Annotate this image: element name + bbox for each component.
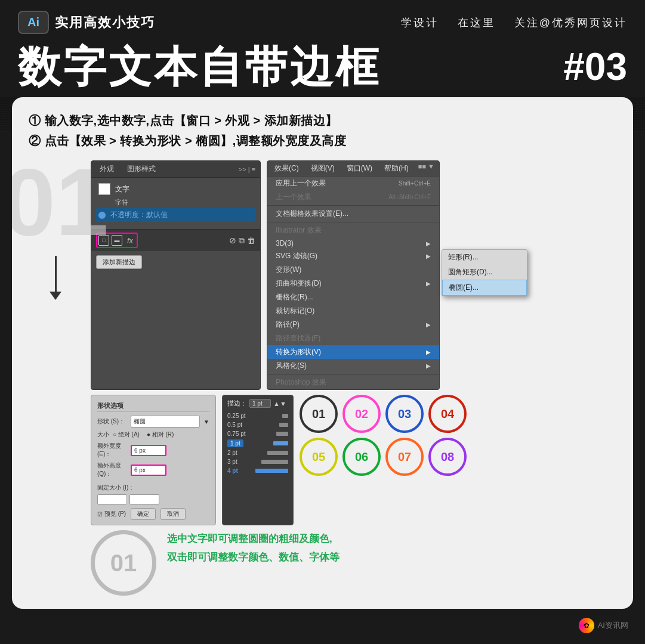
- copy-icon: ⧉: [239, 236, 245, 246]
- stroke-value-input[interactable]: [249, 399, 271, 408]
- effects-menu-c[interactable]: 效果(C): [272, 163, 301, 174]
- panel-title-bar: 外观 图形样式 >> | ≡: [91, 161, 260, 178]
- effect-3d[interactable]: 3D(3)▶: [267, 237, 439, 249]
- main-content-col: 外观 图形样式 >> | ≡ 文字 字符: [91, 160, 616, 596]
- dialog-title: 形状选项: [97, 400, 209, 412]
- ai-badge: Ai: [18, 11, 49, 34]
- bottom-desc-line1: 选中文字即可调整圆圈的粗细及颜色,: [167, 530, 340, 549]
- header: Ai 实用高效小技巧 学设计 在这里 关注@优秀网页设计: [0, 0, 645, 40]
- bar-2: [267, 451, 288, 455]
- appearance-panel: 外观 图形样式 >> | ≡ 文字 字符: [91, 160, 261, 390]
- dialog-buttons: ☑ 预览 (P) 确定 取消: [97, 508, 209, 520]
- bar-075: [276, 432, 288, 436]
- left-number-col: 01: [29, 160, 82, 596]
- bottom-area: 01 选中文字即可调整圆圈的粗细及颜色, 双击即可调整数字颜色、数值、字体等: [91, 530, 616, 596]
- dropdown-arrow: ▼: [203, 419, 209, 425]
- effect-rasterize[interactable]: 栅格化(R)...: [267, 290, 439, 304]
- preview-check[interactable]: ☑ 预览 (P): [97, 510, 126, 518]
- circles-row-1: 01 02 03 04: [300, 395, 467, 433]
- effects-menu-w[interactable]: 窗口(W): [344, 163, 375, 174]
- photoshop-effects: Photoshop 效果: [267, 376, 439, 389]
- circle-06: 06: [342, 438, 381, 476]
- layer-text-label: 文字: [115, 184, 129, 194]
- effect-svg[interactable]: SVG 滤镜(G)▶: [267, 249, 439, 263]
- big-number-01: 01: [12, 154, 109, 250]
- absolute-radio[interactable]: ○ 绝对 (A): [113, 431, 140, 439]
- slogan1: 学设计: [401, 17, 439, 29]
- stroke-up-down[interactable]: ▲▼: [273, 400, 286, 407]
- shape-row: 形状 (S)： 椭圆 ▼: [97, 416, 209, 428]
- effect-path[interactable]: 路径(P)▶: [267, 318, 439, 332]
- add-stroke-container: 添加新描边: [91, 251, 260, 273]
- shape-dialog: 形状选项 形状 (S)： 椭圆 ▼ 大小 ○ 绝对 (A) ● 相对 (R): [91, 395, 216, 525]
- bottom-desc-line2: 双击即可调整数字颜色、数值、字体等: [167, 549, 340, 567]
- circles-row-2: 05 06 07 08: [300, 438, 467, 476]
- shape-select[interactable]: 椭圆: [131, 416, 200, 428]
- expand-icon: >> | ≡: [239, 166, 255, 173]
- bottom-screenshots-row: 形状选项 形状 (S)： 椭圆 ▼ 大小 ○ 绝对 (A) ● 相对 (R): [91, 395, 616, 525]
- fixed-height-input[interactable]: [129, 494, 159, 504]
- effects-header: 效果(C) 视图(V) 窗口(W) 帮助(H) ■■ ▼: [267, 161, 439, 177]
- stroke-row-025: 0.25 pt: [227, 411, 288, 420]
- size-row: 大小 ○ 绝对 (A) ● 相对 (R): [97, 431, 209, 439]
- arrow-down: [50, 256, 61, 300]
- step-1: ① 输入数字,选中数字,点击【窗口 > 外观 > 添加新描边】: [29, 110, 616, 131]
- delete-icon: 🗑: [247, 236, 255, 246]
- stroke-panel: 描边： ▲▼ 0.25 pt 0.5 pt: [222, 395, 294, 525]
- add-stroke-button[interactable]: 添加新描边: [96, 255, 142, 269]
- bar-025: [282, 414, 288, 418]
- effects-panel: 效果(C) 视图(V) 窗口(W) 帮助(H) ■■ ▼ 应用上一个效果 Shi…: [267, 160, 440, 390]
- right-icons: ⊘ ⧉ 🗑: [229, 236, 255, 246]
- steps-section: ① 输入数字,选中数字,点击【窗口 > 外观 > 添加新描边】 ② 点击【效果 …: [29, 110, 616, 151]
- stroke-row-1: 1 pt: [227, 438, 288, 448]
- header-title: 实用高效小技巧: [55, 14, 155, 32]
- layer-row-text: 文字: [96, 181, 255, 197]
- sub-round-rect[interactable]: 圆角矩形(D)...: [442, 265, 527, 280]
- layer-char-label: 字符: [96, 197, 255, 208]
- relative-radio[interactable]: ● 相对 (R): [147, 431, 174, 439]
- menu-more: ■■ ▼: [418, 163, 434, 174]
- stroke-label: 描边：: [227, 399, 247, 408]
- apply-last-effect[interactable]: 应用上一个效果 Shift+Ctrl+E: [267, 177, 439, 190]
- stroke-row-05: 0.5 pt: [227, 420, 288, 429]
- slogan3: 关注@优秀网页设计: [514, 17, 627, 29]
- circle-04: 04: [428, 395, 467, 433]
- stroke-row-2: 2 pt: [227, 448, 288, 457]
- sub-rect[interactable]: 矩形(R)...: [442, 250, 527, 265]
- stroke-row-3: 3 pt: [227, 457, 288, 466]
- effect-pathfinder[interactable]: 路径查找器(F): [267, 332, 439, 345]
- cancel-button[interactable]: 取消: [161, 508, 186, 520]
- watermark-flower: ✿: [584, 621, 590, 630]
- main-title-area: 数字文本自带边框 #03: [0, 40, 645, 97]
- fx-icon: fx: [125, 235, 135, 246]
- effect-transform[interactable]: 变形(W): [267, 263, 439, 277]
- effect-crop[interactable]: 裁切标记(O): [267, 304, 439, 318]
- effect-convert[interactable]: 转换为形状(V)▶: [267, 345, 439, 359]
- number-badge: #03: [563, 45, 627, 89]
- doc-raster-settings[interactable]: 文档栅格效果设置(E)...: [267, 207, 439, 221]
- no-icon: ⊘: [229, 236, 236, 246]
- effect-stylize[interactable]: 风格化(S)▶: [267, 359, 439, 373]
- fixed-width-input[interactable]: [97, 494, 127, 504]
- stroke-row-075: 0.75 pt: [227, 429, 288, 438]
- circle-08: 08: [428, 438, 467, 476]
- extra-width-row: 额外宽度 (E)：: [97, 442, 209, 459]
- extra-height-input[interactable]: [131, 465, 166, 476]
- fixed-size-row: 固定大小 (I)：: [97, 481, 209, 492]
- big-circle-01: 01: [91, 530, 156, 596]
- effect-distort[interactable]: 扭曲和变换(D)▶: [267, 277, 439, 290]
- circle-05: 05: [300, 438, 338, 476]
- fixed-inputs: [97, 494, 209, 504]
- stroke-row-4: 4 pt: [227, 466, 288, 475]
- extra-width-input[interactable]: [131, 445, 166, 456]
- ok-button[interactable]: 确定: [131, 508, 156, 520]
- page-wrapper: Ai 实用高效小技巧 学设计 在这里 关注@优秀网页设计 数字文本自带边框 #0…: [0, 0, 645, 644]
- fixed-size-label: 固定大小 (I)：: [97, 484, 134, 491]
- circle-01: 01: [300, 395, 338, 433]
- effects-menu-v[interactable]: 视图(V): [308, 163, 337, 174]
- last-effect[interactable]: 上一个效果 Alt+Shift+Ctrl+F: [267, 190, 439, 204]
- sub-ellipse[interactable]: 椭圆(E)...: [442, 280, 527, 296]
- size-label: 大小: [97, 431, 109, 439]
- content-card: ① 输入数字,选中数字,点击【窗口 > 外观 > 添加新描边】 ② 点击【效果 …: [12, 97, 633, 609]
- effects-menu-h[interactable]: 帮助(H): [382, 163, 411, 174]
